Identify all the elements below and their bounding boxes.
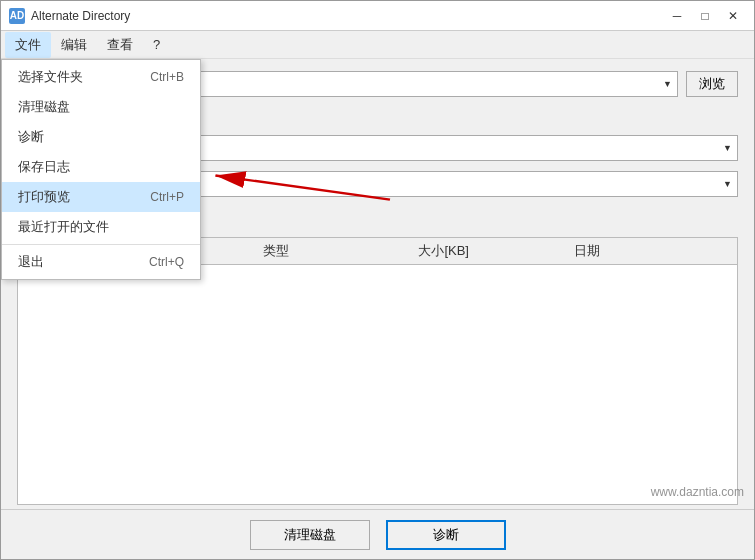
menu-view[interactable]: 查看 (97, 32, 143, 58)
dropdown-save-log[interactable]: 保存日志 (2, 152, 200, 182)
maximize-button[interactable]: □ (692, 6, 718, 26)
close-button[interactable]: ✕ (720, 6, 746, 26)
dropdown-recent-files[interactable]: 最近打开的文件 (2, 212, 200, 242)
delete-select-wrapper: 删除到回收站 (115, 135, 738, 161)
app-icon: AD (9, 8, 25, 24)
clean-disk-button[interactable]: 清理磁盘 (250, 520, 370, 550)
main-window: AD Alternate Directory ─ □ ✕ 文件 编辑 查看 ? … (0, 0, 755, 560)
title-controls: ─ □ ✕ (664, 6, 746, 26)
title-bar-left: AD Alternate Directory (9, 8, 130, 24)
menu-help[interactable]: ? (143, 33, 170, 56)
col-type: 类型 (263, 242, 418, 260)
dropdown-select-folder[interactable]: 选择文件夹 Ctrl+B (2, 62, 200, 92)
file-dropdown: 选择文件夹 Ctrl+B 清理磁盘 诊断 保存日志 打印预览 Ctrl+P 最近… (1, 59, 201, 280)
minimize-button[interactable]: ─ (664, 6, 690, 26)
after-select-wrapper: 无操作 (115, 171, 738, 197)
dropdown-separator (2, 244, 200, 245)
delete-select[interactable]: 删除到回收站 (115, 135, 738, 161)
dropdown-diagnose[interactable]: 诊断 (2, 122, 200, 152)
window-title: Alternate Directory (31, 9, 130, 23)
browse-button[interactable]: 浏览 (686, 71, 738, 97)
dropdown-exit[interactable]: 退出 Ctrl+Q (2, 247, 200, 277)
diagnose-button[interactable]: 诊断 (386, 520, 506, 550)
menu-file[interactable]: 文件 (5, 32, 51, 58)
bottom-bar: 清理磁盘 诊断 (1, 509, 754, 559)
menu-bar: 文件 编辑 查看 ? 选择文件夹 Ctrl+B 清理磁盘 诊断 保存日志 打印 (1, 31, 754, 59)
menu-edit[interactable]: 编辑 (51, 32, 97, 58)
watermark: www.dazntia.com (651, 485, 744, 499)
col-size: 大小[KB] (418, 242, 573, 260)
dropdown-print-preview[interactable]: 打印预览 Ctrl+P (2, 182, 200, 212)
after-select[interactable]: 无操作 (115, 171, 738, 197)
col-date: 日期 (574, 242, 729, 260)
title-bar: AD Alternate Directory ─ □ ✕ (1, 1, 754, 31)
dropdown-clean-disk[interactable]: 清理磁盘 (2, 92, 200, 122)
